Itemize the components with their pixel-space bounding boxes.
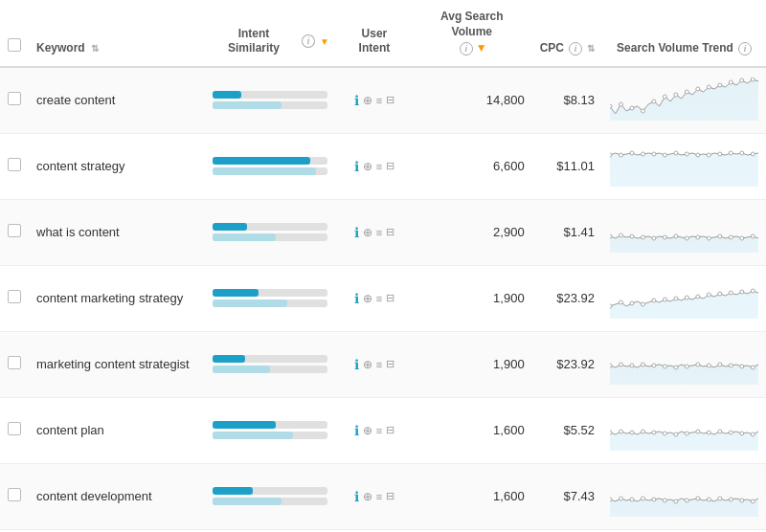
intent-filter-icon[interactable]: ⊟ (386, 490, 394, 502)
intent-bars-icon[interactable]: ≡ (376, 227, 382, 238)
svg-point-59 (641, 363, 644, 366)
select-all-checkbox[interactable] (8, 38, 21, 52)
intent-info-icon[interactable]: ℹ (354, 159, 359, 174)
intent-info-icon[interactable]: ℹ (354, 291, 359, 306)
svg-point-18 (652, 152, 656, 156)
row-checkbox[interactable] (8, 422, 21, 435)
intent-filter-icon[interactable]: ⊟ (386, 226, 394, 238)
svg-point-28 (610, 234, 612, 238)
search-volume-trend-cell (602, 133, 766, 199)
cpc-info-icon[interactable]: i (569, 42, 582, 55)
intent-filter-icon[interactable]: ⊟ (386, 424, 394, 436)
svg-point-94 (718, 497, 722, 500)
cpc-cell: $8.13 (532, 67, 602, 134)
svg-point-65 (707, 364, 710, 367)
svg-point-62 (674, 366, 678, 369)
row-checkbox[interactable] (8, 356, 21, 369)
avg-search-volume-header: Avg Search Volume i ▼ (412, 0, 532, 67)
svg-point-48 (674, 297, 678, 300)
row-checkbox[interactable] (8, 224, 21, 237)
svg-point-11 (729, 80, 732, 84)
intent-pin-icon[interactable]: ⊕ (363, 160, 372, 173)
cpc-cell: $23.92 (532, 331, 602, 397)
svg-point-69 (751, 366, 755, 369)
svg-point-3 (641, 109, 644, 113)
intent-bar-fill1 (213, 355, 245, 363)
intent-bar-fill1 (213, 223, 247, 231)
intent-similarity-info-icon[interactable]: i (302, 34, 315, 48)
row-checkbox-cell (0, 133, 29, 199)
svg-point-97 (751, 499, 755, 503)
keyword-cell: create content (29, 67, 203, 134)
svg-point-60 (652, 364, 656, 367)
intent-bars-icon[interactable]: ≡ (376, 491, 382, 502)
intent-similarity-sort-icon[interactable]: ▼ (320, 35, 329, 48)
svg-point-70 (610, 431, 612, 434)
user-intent-cell: ℹ ⊕ ≡ ⊟ (337, 265, 412, 331)
intent-bar-bg1 (213, 157, 327, 165)
intent-bar-container (213, 487, 327, 505)
svg-point-27 (751, 152, 755, 156)
intent-pin-icon[interactable]: ⊕ (363, 226, 372, 239)
intent-bar-container (213, 289, 327, 307)
keyword-sort-icon[interactable]: ⇅ (91, 43, 99, 54)
svg-point-49 (685, 296, 688, 299)
avg-search-volume-warning-icon[interactable]: ▼ (476, 41, 487, 56)
svg-point-56 (610, 364, 612, 367)
svg-point-15 (619, 153, 622, 157)
search-volume-trend-info-icon[interactable]: i (738, 42, 752, 55)
svg-point-82 (740, 432, 744, 435)
avg-search-volume-info-icon[interactable]: i (460, 42, 473, 55)
intent-bars-icon[interactable]: ≡ (376, 293, 382, 304)
row-checkbox[interactable] (8, 158, 21, 171)
intent-info-icon[interactable]: ℹ (354, 357, 359, 372)
user-intent-header: User Intent (337, 0, 412, 67)
svg-point-93 (707, 498, 710, 501)
intent-bars-icon[interactable]: ≡ (376, 95, 382, 106)
intent-filter-icon[interactable]: ⊟ (386, 160, 394, 172)
svg-point-89 (663, 499, 666, 502)
intent-bar-container (213, 91, 327, 109)
svg-point-74 (652, 431, 656, 434)
svg-point-26 (740, 151, 744, 155)
svg-point-1 (619, 102, 622, 106)
intent-info-icon[interactable]: ℹ (354, 489, 359, 504)
intent-bars-icon[interactable]: ≡ (376, 425, 382, 436)
intent-bar-bg2 (213, 299, 327, 307)
avg-search-volume-cell: 6,600 (412, 133, 532, 199)
svg-point-63 (685, 365, 688, 368)
sparkline-svg (610, 474, 758, 517)
keyword-label: Keyword (36, 41, 85, 55)
user-intent-cell: ℹ ⊕ ≡ ⊟ (337, 331, 412, 397)
intent-info-icon[interactable]: ℹ (354, 423, 359, 438)
row-checkbox[interactable] (8, 290, 21, 303)
svg-point-4 (652, 100, 656, 103)
svg-point-95 (729, 498, 732, 501)
intent-pin-icon[interactable]: ⊕ (363, 358, 372, 371)
search-volume-trend-label: Search Volume Trend (617, 41, 733, 56)
intent-info-icon[interactable]: ℹ (354, 93, 359, 108)
intent-pin-icon[interactable]: ⊕ (363, 292, 372, 305)
cpc-sort-icon[interactable]: ⇅ (587, 42, 595, 55)
intent-info-icon[interactable]: ℹ (354, 225, 359, 240)
intent-filter-icon[interactable]: ⊟ (386, 94, 394, 106)
row-checkbox[interactable] (8, 488, 21, 501)
intent-bars-icon[interactable]: ≡ (376, 161, 382, 172)
intent-pin-icon[interactable]: ⊕ (363, 424, 372, 437)
user-intent-icons: ℹ ⊕ ≡ ⊟ (345, 159, 404, 174)
intent-similarity-cell (203, 331, 337, 397)
user-intent-cell: ℹ ⊕ ≡ ⊟ (337, 463, 412, 529)
intent-bars-icon[interactable]: ≡ (376, 359, 382, 370)
svg-point-9 (707, 85, 710, 89)
intent-filter-icon[interactable]: ⊟ (386, 292, 394, 304)
svg-point-96 (740, 499, 744, 502)
svg-point-42 (610, 304, 612, 308)
intent-filter-icon[interactable]: ⊟ (386, 358, 394, 370)
sparkline-svg (610, 408, 758, 451)
svg-point-40 (740, 236, 744, 240)
intent-pin-icon[interactable]: ⊕ (363, 490, 372, 503)
intent-pin-icon[interactable]: ⊕ (363, 94, 372, 107)
svg-point-79 (707, 431, 710, 434)
intent-bar-bg1 (213, 289, 327, 297)
row-checkbox[interactable] (8, 92, 21, 105)
